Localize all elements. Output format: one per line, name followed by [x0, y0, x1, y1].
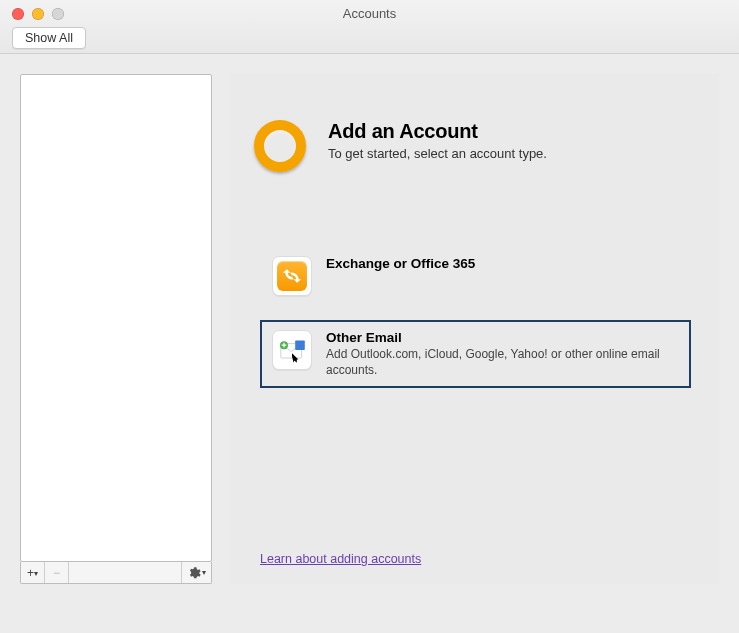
window-title: Accounts — [0, 0, 739, 21]
option-title: Other Email — [326, 330, 679, 345]
option-other-email[interactable]: Other Email Add Outlook.com, iCloud, Goo… — [260, 320, 691, 388]
accounts-list[interactable] — [20, 74, 212, 562]
option-exchange[interactable]: Exchange or Office 365 — [260, 246, 691, 306]
account-type-options: Exchange or Office 365 — [254, 246, 695, 388]
minimize-icon[interactable] — [32, 8, 44, 20]
option-title: Exchange or Office 365 — [326, 256, 475, 271]
settings-button[interactable]: ▾ — [181, 562, 211, 583]
main-panel: Add an Account To get started, select an… — [230, 74, 719, 584]
hero-subtitle: To get started, select an account type. — [328, 146, 547, 161]
close-icon[interactable] — [12, 8, 24, 20]
titlebar: Accounts Show All — [0, 0, 739, 54]
hero: Add an Account To get started, select an… — [254, 120, 695, 176]
window-controls — [12, 8, 64, 20]
hero-title: Add an Account — [328, 120, 547, 143]
remove-account-button: − — [45, 562, 69, 583]
learn-link[interactable]: Learn about adding accounts — [254, 552, 695, 570]
maximize-icon — [52, 8, 64, 20]
svg-rect-1 — [295, 340, 305, 350]
gear-icon — [187, 566, 201, 580]
option-desc: Add Outlook.com, iCloud, Google, Yahoo! … — [326, 347, 679, 378]
sidebar-footer: +▾ − ▾ — [20, 562, 212, 584]
other-email-icon — [272, 330, 312, 370]
outlook-icon — [254, 120, 310, 176]
chevron-down-icon: ▾ — [34, 569, 38, 578]
add-account-button[interactable]: +▾ — [21, 562, 45, 583]
show-all-button[interactable]: Show All — [12, 27, 86, 49]
plus-icon: + — [27, 566, 34, 580]
minus-icon: − — [53, 566, 60, 580]
accounts-sidebar: +▾ − ▾ — [20, 74, 212, 584]
chevron-down-icon: ▾ — [202, 568, 206, 577]
exchange-icon — [272, 256, 312, 296]
